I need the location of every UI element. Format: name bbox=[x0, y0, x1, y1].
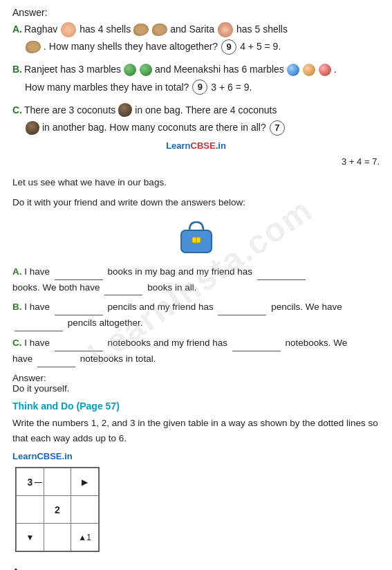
section-c-text1: There are 3 coconuts bbox=[24, 102, 115, 119]
activity-c-blank1 bbox=[55, 351, 103, 351]
activity-answer-label: Answer: bbox=[12, 373, 380, 383]
activity-b-text4: pencils altogether. bbox=[68, 318, 143, 328]
question-grid: 3 — ▶ 2 ▼ ▲1 bbox=[15, 467, 100, 552]
activity-a-text4: books. We both have bbox=[12, 282, 100, 293]
activity-b: B. I have pencils and my friend has penc… bbox=[12, 300, 380, 331]
activity-a-text3: and my friend has bbox=[178, 266, 252, 277]
grid-row-3: ▼ ▲1 bbox=[17, 524, 99, 551]
grid-cell-q-3-3: ▲1 bbox=[71, 524, 99, 551]
activity-c: C. I have notebooks and my friend has no… bbox=[12, 335, 380, 367]
section-a-letter: A. bbox=[12, 21, 22, 38]
grid-cell-q-3-1: ▼ bbox=[17, 524, 44, 551]
activity-c-text2: notebooks and my friend has bbox=[108, 338, 227, 348]
activity-a-blank2 bbox=[257, 279, 306, 280]
activity-c-text1: I have bbox=[24, 338, 50, 348]
grid-cell-q-1-3: ▶ bbox=[71, 468, 99, 496]
do-yourself: Do it yourself. bbox=[12, 383, 380, 394]
in-text: .in bbox=[216, 140, 226, 151]
cbse-text: CBSE bbox=[191, 140, 216, 151]
activity-instruction: Do it with your friend and write down th… bbox=[12, 195, 380, 211]
sarita-icon bbox=[218, 22, 233, 37]
shell-icon-2 bbox=[152, 24, 167, 36]
activity-a-text1: I have bbox=[24, 266, 50, 277]
section-b-text2: and Meenakshi has 6 marbles bbox=[155, 61, 284, 78]
activity-b-text2: pencils and my friend has bbox=[108, 302, 214, 312]
section-b-text3: . bbox=[334, 61, 337, 78]
learn-cbse-brand: LearnCBSE.in bbox=[12, 139, 380, 154]
think-do-learn-cbse-label: LearnCBSE.in bbox=[12, 451, 73, 461]
activity-c-text3: notebooks. We bbox=[285, 338, 347, 348]
answer-label: Answer: bbox=[12, 7, 380, 18]
section-b-letter: B. bbox=[12, 61, 22, 78]
grid-cell-q-2-2: 2 bbox=[44, 496, 71, 524]
section-a-text2: has 4 shells bbox=[80, 21, 131, 38]
section-a-text3: and Sarita bbox=[170, 21, 214, 38]
activity-intro: Let us see what we have in our bags. bbox=[12, 175, 380, 191]
grid-row-2: 2 bbox=[17, 496, 99, 524]
activity-c-text5: notebooks in total. bbox=[80, 353, 156, 364]
section-c: C. There are 3 coconuts in one bag. Ther… bbox=[12, 102, 380, 169]
arrow-right-icon: — bbox=[35, 478, 42, 486]
section-a-text1: Raghav bbox=[24, 21, 57, 38]
marble-icon-1 bbox=[124, 64, 136, 76]
section-c-text2: in one bag. There are 4 coconuts bbox=[135, 102, 277, 119]
section-a-text5: . How many shells they have altogether? bbox=[44, 38, 218, 55]
section-c-text3: in another bag. How many coconuts are th… bbox=[42, 119, 266, 136]
think-do-answer: Answer: LearnCBSE.in 3 — 1 2▶ 1 2 3 bbox=[12, 567, 380, 570]
grid-cell-q-1-1: 3 — bbox=[17, 468, 44, 496]
section-a-box: 9 bbox=[221, 39, 236, 55]
bag-icon bbox=[176, 215, 217, 257]
activity-b-text1: I have bbox=[24, 302, 50, 312]
activity-c-blank2 bbox=[232, 351, 281, 351]
grid-row-1: 3 — ▶ bbox=[17, 468, 99, 496]
shell-icon-1 bbox=[133, 24, 149, 36]
activity-a-letter: A. bbox=[12, 266, 22, 277]
activity-b-blank3 bbox=[15, 331, 63, 331]
coconut-icon-2 bbox=[26, 121, 39, 135]
section-b-text1: Ranjeet has 3 marbles bbox=[24, 61, 121, 78]
grid-cell-q-2-3 bbox=[71, 496, 99, 524]
activity-b-text3: pencils. We have bbox=[271, 302, 342, 312]
marble-icon-5 bbox=[319, 64, 331, 76]
shell-icon-3 bbox=[26, 41, 41, 53]
activity-a: A. I have books in my bag and my friend … bbox=[12, 264, 380, 296]
grid-cell-q-2-1 bbox=[17, 496, 44, 524]
activity-c-text4: have bbox=[12, 353, 32, 364]
activity-c-letter: C. bbox=[12, 338, 22, 348]
activity-answer: Answer: Do it yourself. bbox=[12, 373, 380, 394]
section-a-equation: 4 + 5 = 9. bbox=[240, 38, 281, 55]
think-do-learn-cbse: LearnCBSE.in bbox=[12, 451, 380, 461]
think-do-answer-label: Answer: bbox=[12, 567, 380, 570]
section-a-text4: has 5 shells bbox=[236, 21, 288, 38]
activity-a-blank1 bbox=[55, 279, 103, 280]
activity-c-blank3 bbox=[37, 367, 75, 367]
activity-a-text2: books in my bag bbox=[108, 266, 176, 277]
grid-cell-q-1-2 bbox=[44, 468, 71, 496]
activity-a-text5: books in all. bbox=[147, 282, 196, 293]
coconut-icon-1 bbox=[118, 103, 132, 117]
activity-b-letter: B. bbox=[12, 302, 22, 312]
section-c-equation: 3 + 4 = 7. bbox=[12, 155, 380, 169]
activity-a-blank3 bbox=[104, 295, 142, 295]
section-c-letter: C. bbox=[12, 102, 22, 119]
section-b-text4: How many marbles they have in total? bbox=[25, 79, 189, 96]
section-b-equation: 3 + 6 = 9. bbox=[211, 79, 252, 96]
marble-icon-3 bbox=[287, 64, 299, 76]
think-do-header: Think and Do (Page 57) bbox=[12, 401, 380, 412]
marble-icon-2 bbox=[140, 64, 152, 76]
raghav-icon bbox=[61, 22, 76, 37]
activity-b-blank1 bbox=[55, 315, 103, 315]
think-do-text: Write the numbers 1, 2, and 3 in the giv… bbox=[12, 416, 380, 445]
marble-icon-4 bbox=[303, 64, 315, 76]
learn-text: Learn bbox=[166, 140, 190, 151]
section-a: A. Raghav has 4 shells and Sarita has 5 … bbox=[12, 21, 380, 55]
section-b: B. Ranjeet has 3 marbles and Meenakshi h… bbox=[12, 61, 380, 95]
grid-cell-q-3-2 bbox=[44, 524, 71, 551]
section-c-box: 7 bbox=[270, 120, 285, 136]
activity-b-blank2 bbox=[218, 315, 266, 315]
section-b-box: 9 bbox=[192, 80, 207, 95]
